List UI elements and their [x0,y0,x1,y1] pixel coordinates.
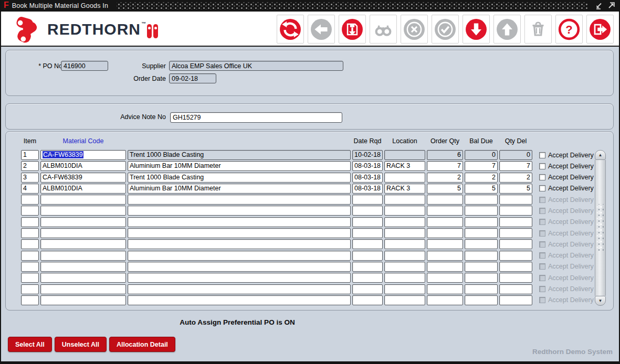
location-cell[interactable] [384,206,425,216]
material-code-cell[interactable] [40,195,126,205]
help-button[interactable]: ? [555,15,583,44]
download-button[interactable] [463,15,490,44]
material-code-cell[interactable]: CA-FW63839 [40,173,126,183]
restore-window-icon[interactable] [595,2,603,10]
description-cell[interactable]: Aluminium Bar 10MM Diameter [128,184,351,194]
description-cell[interactable] [128,262,351,272]
find-button[interactable] [370,15,397,44]
item-cell[interactable] [21,228,39,238]
material-code-cell[interactable] [40,217,126,227]
location-cell[interactable] [384,195,425,205]
location-cell[interactable] [384,284,425,294]
qty-del-cell[interactable] [499,239,532,249]
order-qty-cell[interactable] [427,295,463,305]
accept-delivery-checkbox[interactable] [539,208,545,214]
exit-button[interactable] [586,15,614,44]
accept-delivery-checkbox[interactable] [539,297,545,303]
item-cell[interactable] [21,262,39,272]
accept-delivery-checkbox[interactable] [539,185,545,191]
description-cell[interactable] [128,228,351,238]
order-qty-cell[interactable]: 7 [427,161,463,171]
date-rqd-cell[interactable] [352,217,383,227]
back-button[interactable] [308,15,335,44]
description-cell[interactable]: Trent 1000 Blade Casting [128,150,351,160]
delete-button[interactable] [524,15,552,44]
date-rqd-cell[interactable] [352,262,383,272]
accept-delivery-checkbox[interactable] [539,252,545,259]
select-all-button[interactable]: Select All [8,337,52,352]
qty-del-cell[interactable] [499,217,532,227]
item-cell[interactable]: 4 [21,184,39,194]
description-cell[interactable] [128,295,351,305]
location-cell[interactable]: RACK 3 [384,184,425,194]
accept-delivery-checkbox[interactable] [539,263,545,270]
qty-del-cell[interactable] [499,284,532,294]
order-qty-cell[interactable] [427,262,463,272]
order-date-field[interactable] [169,73,216,83]
order-qty-cell[interactable] [427,251,463,261]
material-code-cell[interactable] [40,284,126,294]
location-cell[interactable] [384,173,425,183]
maximize-window-icon[interactable] [607,2,615,10]
scroll-thumb[interactable] [595,160,606,296]
scroll-up-button[interactable]: ▲ [595,150,606,160]
location-cell[interactable] [384,217,425,227]
order-qty-cell[interactable] [427,273,463,283]
location-cell[interactable] [384,251,425,261]
material-code-cell[interactable] [40,295,126,305]
bal-due-cell[interactable] [465,239,498,249]
description-cell[interactable] [128,284,351,294]
accept-delivery-checkbox[interactable] [539,219,545,225]
bal-due-cell[interactable] [465,217,498,227]
material-code-cell[interactable]: ALBM010DIA [40,184,126,194]
description-cell[interactable]: Trent 1000 Blade Casting [128,173,351,183]
qty-del-cell[interactable] [499,206,532,216]
order-qty-cell[interactable] [427,217,463,227]
material-code-cell[interactable]: ALBM010DIA [40,161,126,171]
date-rqd-cell[interactable] [352,239,383,249]
bal-due-cell[interactable] [465,195,498,205]
accept-delivery-checkbox[interactable] [539,197,545,203]
qty-del-cell[interactable]: 5 [499,184,532,194]
accept-delivery-checkbox[interactable] [539,174,545,180]
item-cell[interactable]: 2 [21,161,39,171]
bal-due-cell[interactable] [465,251,498,261]
bal-due-cell[interactable] [465,262,498,272]
date-rqd-cell[interactable] [352,228,383,238]
qty-del-cell[interactable] [499,251,532,261]
item-cell[interactable] [21,239,39,249]
supplier-field[interactable] [169,61,343,71]
description-cell[interactable] [128,206,351,216]
material-code-cell[interactable]: CA-FW63839 [40,150,126,160]
item-cell[interactable] [21,206,39,216]
location-cell[interactable]: RACK 3 [384,161,425,171]
qty-del-cell[interactable]: 7 [499,161,532,171]
qty-del-cell[interactable] [499,228,532,238]
location-cell[interactable] [384,262,425,272]
item-cell[interactable] [21,284,39,294]
location-cell[interactable] [384,273,425,283]
unselect-all-button[interactable]: Unselect All [55,337,107,352]
qty-del-cell[interactable] [499,295,532,305]
location-cell[interactable] [384,150,425,160]
description-cell[interactable] [128,239,351,249]
material-code-cell[interactable] [40,273,126,283]
location-cell[interactable] [384,295,425,305]
accept-delivery-checkbox[interactable] [539,241,545,248]
bal-due-cell[interactable]: 2 [465,173,498,183]
date-rqd-cell[interactable] [352,284,383,294]
location-cell[interactable] [384,228,425,238]
item-cell[interactable] [21,273,39,283]
material-code-cell[interactable] [40,228,126,238]
date-rqd-cell[interactable]: 10-02-18 [352,150,383,160]
save-button[interactable] [339,15,366,44]
order-qty-cell[interactable]: 5 [427,184,463,194]
location-cell[interactable] [384,239,425,249]
date-rqd-cell[interactable] [352,273,383,283]
po-no-field[interactable] [61,61,108,71]
date-rqd-cell[interactable] [352,295,383,305]
bal-due-cell[interactable] [465,284,498,294]
qty-del-cell[interactable] [499,195,532,205]
scroll-down-button[interactable]: ▼ [595,296,606,306]
bal-due-cell[interactable] [465,273,498,283]
